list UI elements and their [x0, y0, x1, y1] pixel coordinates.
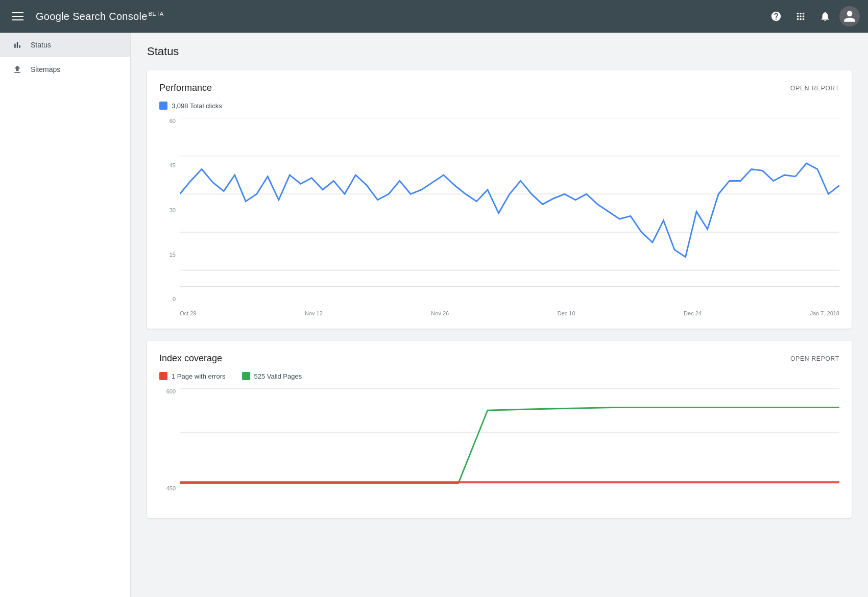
beta-badge: BETA — [149, 11, 164, 17]
sidebar-item-sitemaps[interactable]: Sitemaps — [0, 57, 130, 82]
x-label-oct29: Oct 29 — [180, 310, 196, 316]
errors-legend-label: 1 Page with errors — [172, 372, 226, 380]
notifications-button[interactable] — [815, 6, 835, 27]
x-label-jan7: Jan 7, 2018 — [810, 310, 840, 316]
x-label-dec10: Dec 10 — [558, 310, 575, 316]
index-coverage-legend: 1 Page with errors 525 Valid Pages — [159, 372, 839, 380]
index-coverage-chart-wrapper: 600 450 — [159, 388, 839, 506]
performance-legend-color — [159, 102, 167, 110]
y-label-60: 60 — [170, 118, 176, 124]
performance-legend-item: 3,098 Total clicks — [159, 102, 222, 110]
valid-legend-color — [242, 372, 250, 380]
y-label-0: 0 — [173, 296, 176, 302]
y-label-15: 15 — [170, 252, 176, 258]
main-content: Status Performance OPEN REPORT 3,098 Tot… — [131, 33, 868, 597]
index-coverage-card: Index coverage OPEN REPORT 1 Page with e… — [147, 341, 852, 518]
errors-legend-color — [159, 372, 167, 380]
performance-chart-area: Oct 29 Nov 12 Nov 26 Dec 10 Dec 24 Jan 7… — [180, 118, 839, 316]
x-label-nov12: Nov 12 — [305, 310, 323, 316]
x-label-dec24: Dec 24 — [684, 310, 702, 316]
menu-button[interactable] — [8, 8, 28, 24]
index-coverage-legend-valid: 525 Valid Pages — [242, 372, 302, 380]
app-title: Google Search ConsoleBETA — [36, 11, 164, 22]
page-title: Status — [147, 45, 852, 58]
index-coverage-title: Index coverage — [159, 353, 222, 364]
index-coverage-chart-svg — [180, 388, 839, 506]
performance-chart-svg — [180, 118, 839, 308]
y-label-30: 30 — [170, 207, 176, 213]
sidebar: Status Sitemaps — [0, 33, 131, 597]
index-coverage-y-axis: 600 450 — [159, 388, 176, 506]
bar-chart-icon — [12, 40, 22, 50]
index-coverage-card-header: Index coverage OPEN REPORT — [159, 353, 839, 364]
layout: Status Sitemaps Status Performance OPEN … — [0, 33, 868, 597]
performance-title: Performance — [159, 83, 212, 93]
index-coverage-chart-area — [180, 388, 839, 506]
performance-open-report[interactable]: OPEN REPORT — [790, 85, 839, 92]
index-coverage-legend-errors: 1 Page with errors — [159, 372, 226, 380]
app-header: Google Search ConsoleBETA — [0, 0, 868, 33]
performance-legend-label: 3,098 Total clicks — [172, 102, 222, 110]
performance-legend: 3,098 Total clicks — [159, 102, 839, 110]
performance-chart-wrapper: 60 45 30 15 0 — [159, 118, 839, 316]
y-label-45: 45 — [170, 162, 176, 168]
performance-card: Performance OPEN REPORT 3,098 Total clic… — [147, 70, 852, 329]
sidebar-status-label: Status — [31, 41, 51, 49]
help-button[interactable] — [766, 6, 786, 27]
index-coverage-open-report[interactable]: OPEN REPORT — [790, 355, 839, 362]
performance-x-axis: Oct 29 Nov 12 Nov 26 Dec 10 Dec 24 Jan 7… — [180, 308, 839, 316]
header-right — [766, 6, 860, 27]
valid-legend-label: 525 Valid Pages — [254, 372, 302, 380]
app-title-text: Google Search Console — [36, 11, 148, 22]
ic-y-label-600: 600 — [166, 388, 176, 394]
apps-button[interactable] — [790, 6, 811, 27]
performance-card-header: Performance OPEN REPORT — [159, 83, 839, 93]
x-label-nov26: Nov 26 — [431, 310, 449, 316]
sidebar-item-status[interactable]: Status — [0, 33, 130, 57]
ic-y-label-450: 450 — [166, 485, 176, 491]
header-left: Google Search ConsoleBETA — [8, 8, 164, 24]
sidebar-sitemaps-label: Sitemaps — [31, 65, 60, 73]
avatar[interactable] — [839, 6, 860, 27]
performance-y-axis: 60 45 30 15 0 — [159, 118, 176, 316]
upload-icon — [12, 64, 22, 74]
